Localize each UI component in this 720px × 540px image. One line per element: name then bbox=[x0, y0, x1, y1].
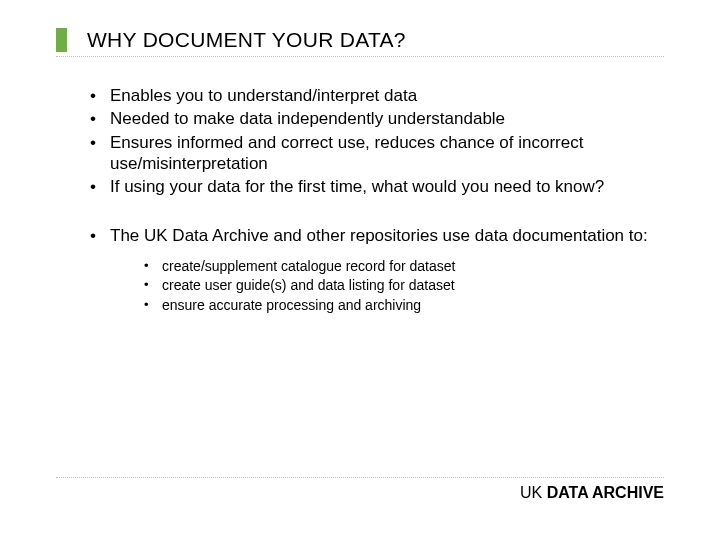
bullet-item-lead-text: The UK Data Archive and other repositori… bbox=[110, 226, 648, 245]
sub-bullet-item: create/supplement catalogue record for d… bbox=[140, 257, 664, 276]
content-area: Enables you to understand/interpret data… bbox=[56, 57, 664, 315]
bullet-item: Ensures informed and correct use, reduce… bbox=[84, 132, 664, 175]
bullet-item: Needed to make data independently unders… bbox=[84, 108, 664, 129]
footer-text-light: UK bbox=[520, 484, 547, 501]
sub-bullet-item: create user guide(s) and data listing fo… bbox=[140, 276, 664, 295]
spacer bbox=[84, 199, 664, 225]
footer-divider bbox=[56, 477, 664, 478]
bullet-item-lead: The UK Data Archive and other repositori… bbox=[84, 225, 664, 315]
secondary-bullet-list: The UK Data Archive and other repositori… bbox=[84, 225, 664, 315]
footer-text-bold: DATA ARCHIVE bbox=[547, 484, 664, 501]
slide-title: WHY DOCUMENT YOUR DATA? bbox=[87, 28, 406, 52]
main-bullet-list: Enables you to understand/interpret data… bbox=[84, 85, 664, 197]
title-row: WHY DOCUMENT YOUR DATA? bbox=[56, 28, 664, 52]
slide: WHY DOCUMENT YOUR DATA? Enables you to u… bbox=[0, 0, 720, 540]
sub-bullet-item: ensure accurate processing and archiving bbox=[140, 296, 664, 315]
sub-bullet-list: create/supplement catalogue record for d… bbox=[140, 257, 664, 316]
footer: UK DATA ARCHIVE bbox=[56, 477, 664, 502]
accent-bar bbox=[56, 28, 67, 52]
bullet-item: If using your data for the first time, w… bbox=[84, 176, 664, 197]
footer-text: UK DATA ARCHIVE bbox=[56, 484, 664, 502]
bullet-item: Enables you to understand/interpret data bbox=[84, 85, 664, 106]
